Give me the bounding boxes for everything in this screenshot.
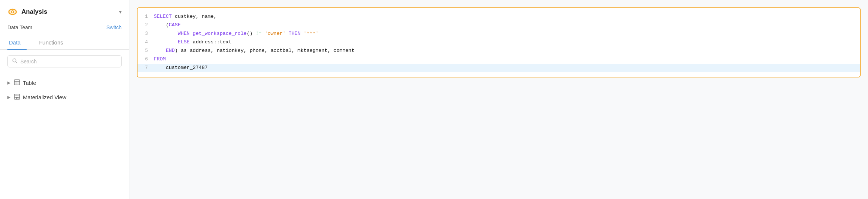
svg-rect-10	[14, 94, 20, 99]
table-icon	[14, 79, 20, 86]
line-num-3: 3	[138, 30, 154, 38]
app-logo-icon	[7, 7, 18, 17]
tab-functions[interactable]: Functions	[38, 36, 69, 50]
sidebar-header: Analysis ▾	[0, 0, 129, 22]
tree-arrow-mv: ▶	[7, 95, 11, 100]
line-num-7: 7	[138, 64, 154, 72]
data-team-row: Data Team Switch	[0, 22, 129, 36]
code-line-4: 4 ELSE address::text	[138, 38, 860, 47]
line-num-6: 6	[138, 55, 154, 63]
materialized-view-icon	[14, 94, 20, 101]
code-editor-wrapper: 1 SELECT custkey, name, 2 (CASE 3 WHEN g…	[137, 7, 861, 77]
code-editor[interactable]: 1 SELECT custkey, name, 2 (CASE 3 WHEN g…	[138, 8, 860, 77]
line-content-6: FROM	[154, 55, 173, 64]
tree-item-table[interactable]: ▶ Table	[0, 76, 129, 90]
line-content-1: SELECT custkey, name,	[154, 13, 224, 21]
sidebar: Analysis ▾ Data Team Switch Data Functio…	[0, 0, 129, 199]
line-content-3: WHEN get_workspace_role() != 'owner' THE…	[154, 30, 326, 38]
tree-section: ▶ Table ▶	[0, 73, 129, 107]
code-line-6: 6 FROM	[138, 55, 860, 64]
svg-line-5	[16, 62, 17, 63]
tree-item-table-label: Table	[23, 80, 36, 86]
line-num-4: 4	[138, 38, 154, 46]
app-title: Analysis	[21, 8, 47, 16]
line-content-7: customer_27487	[154, 64, 215, 72]
line-num-5: 5	[138, 47, 154, 55]
code-line-5: 5 END) as address, nationkey, phone, acc…	[138, 47, 860, 55]
line-num-2: 2	[138, 21, 154, 29]
line-num-1: 1	[138, 13, 154, 21]
tree-item-materialized-view[interactable]: ▶ Materialized View	[0, 90, 129, 105]
svg-point-3	[12, 11, 13, 13]
tree-arrow-table: ▶	[7, 80, 11, 85]
line-content-5: END) as address, nationkey, phone, acctb…	[154, 47, 362, 55]
code-line-2: 2 (CASE	[138, 21, 860, 30]
search-input[interactable]	[20, 59, 117, 64]
code-line-1: 1 SELECT custkey, name,	[138, 13, 860, 21]
search-box	[7, 55, 122, 67]
line-content-2: (CASE	[154, 21, 188, 30]
line-content-4: ELSE address::text	[154, 38, 239, 47]
tabs-row: Data Functions	[0, 36, 129, 50]
main-content: 1 SELECT custkey, name, 2 (CASE 3 WHEN g…	[129, 0, 868, 199]
search-area	[0, 50, 129, 73]
svg-rect-6	[14, 80, 20, 85]
logo-area: Analysis	[7, 7, 47, 17]
switch-button[interactable]: Switch	[106, 24, 122, 30]
search-icon	[12, 58, 17, 64]
tab-data[interactable]: Data	[7, 36, 27, 50]
code-line-3: 3 WHEN get_workspace_role() != 'owner' T…	[138, 30, 860, 38]
code-line-7: 7 customer_27487	[138, 64, 860, 72]
chevron-down-icon[interactable]: ▾	[119, 9, 122, 15]
tree-item-mv-label: Materialized View	[23, 94, 66, 100]
data-team-label: Data Team	[7, 24, 32, 30]
